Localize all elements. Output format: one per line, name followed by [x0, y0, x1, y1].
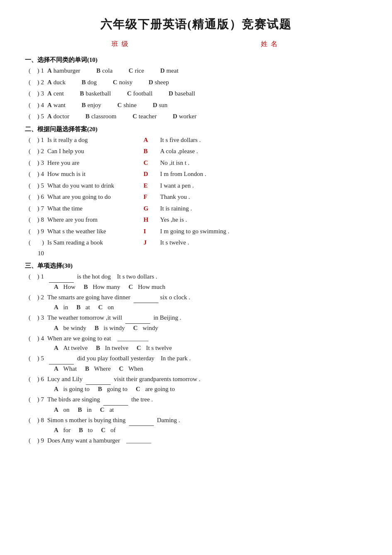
class-label: 班级	[112, 40, 131, 47]
option: D sheep	[149, 77, 169, 88]
question-text: What the time	[44, 203, 144, 214]
item-num: ) 7	[35, 394, 44, 405]
question-text: Simon s mother is buying thing Daming .	[44, 415, 367, 426]
table-row: ( ) 4 A want B enjoy C shine D sun	[25, 100, 367, 111]
item-num: ) 5	[35, 353, 44, 364]
question-text: The weather tomorrow ,it will in Beijing…	[44, 313, 367, 324]
item-num: ) 1	[35, 135, 44, 146]
option: C on	[98, 304, 114, 311]
table-row: ( ) 3 A cent B basketball C football D b…	[25, 88, 367, 99]
option: B cola	[96, 66, 112, 76]
table-row: ( ) 4 How much is it D I m from London .	[25, 169, 367, 180]
tail-text: In the park .	[161, 355, 190, 362]
table-row: ( ) 8 Where are you from H Yes ,he is .	[25, 215, 367, 225]
item-num: ) 2	[35, 292, 44, 303]
open-paren: (	[25, 394, 31, 405]
question-text: Can I help you	[44, 146, 144, 157]
open-paren: (	[25, 77, 31, 88]
option: D worker	[173, 111, 196, 122]
item-num: ) 4	[35, 169, 44, 180]
blank	[125, 313, 150, 324]
options-row: A is going toB going toC are going to	[54, 386, 367, 393]
item-num: ) 6	[35, 192, 44, 203]
option: C of	[101, 427, 116, 434]
options-row: A inB atC on	[54, 304, 367, 311]
section3-title: 三、单项选择(30)	[25, 262, 367, 270]
question-text: Is it really a dog	[44, 135, 144, 146]
table-row: ( ) 2 Can I help you B A cola ,please .	[25, 146, 367, 157]
option: B enjoy	[82, 100, 101, 111]
answer-letter: C	[144, 158, 160, 169]
answer-letter: B	[144, 146, 160, 157]
option: A on	[54, 406, 70, 413]
item-num: ) 4	[35, 100, 44, 111]
tail-text: ________	[127, 437, 151, 444]
question-text: What are you going to do	[44, 192, 144, 203]
class-name-line: 班级 姓名	[25, 40, 367, 49]
answer-text: I m from London .	[160, 169, 206, 180]
table-row: ( ) 2 The smarts are going have dinner s…	[25, 292, 367, 303]
item-num: ) 2	[35, 146, 44, 157]
open-paren: (	[25, 100, 31, 111]
blank	[134, 292, 158, 303]
table-row: ( ) 1 Is it really a dog A It s five dol…	[25, 135, 367, 146]
option: C football	[127, 88, 153, 99]
option: C It s twelve	[136, 345, 172, 352]
answer-text: It is raining .	[160, 203, 192, 214]
item-num: ) 1	[35, 66, 44, 76]
table-row: ( ) 5 What do you want to drink E I want…	[25, 181, 367, 191]
option: A in	[54, 304, 68, 311]
open-paren: (	[25, 203, 31, 214]
table-row: ( ) 5 A doctor B classroom C teacher D w…	[25, 111, 367, 122]
option: A duck	[47, 77, 66, 88]
option: B to	[79, 427, 93, 434]
open-paren: (	[25, 237, 31, 248]
open-paren: (	[25, 313, 31, 323]
question-text: The smarts are going have dinner six o c…	[44, 292, 367, 303]
section1-list: ( ) 1 A hamburger B cola C rice D meat (…	[25, 66, 367, 122]
item-num: ) 3	[35, 158, 44, 169]
answer-text: No ,it isn t .	[160, 158, 190, 169]
answer-letter: I	[144, 226, 160, 237]
question-text: is the hot dog It s two dollars .	[44, 271, 367, 283]
question-text: What do you want to drink	[44, 181, 144, 191]
item-num: ) 8	[35, 215, 44, 225]
table-row: ( ) 1 is the hot dog It s two dollars .	[25, 271, 367, 283]
blank	[86, 374, 111, 385]
open-paren: (	[25, 226, 31, 237]
table-row: ( ) 4 When are we going to eat _________…	[25, 333, 367, 344]
option: A How	[54, 284, 75, 291]
open-paren: (	[25, 271, 31, 282]
option: A for	[54, 427, 71, 434]
open-paren: (	[25, 435, 31, 446]
option: C shine	[117, 100, 137, 111]
option: A want	[47, 100, 66, 111]
question-text: Lucy and Lily visit their grandparents t…	[44, 374, 367, 385]
item-num: ) 4	[35, 333, 44, 344]
option: D baseball	[168, 88, 195, 99]
table-row: ( ) 9 Does Amy want a hamburger ________	[25, 435, 367, 446]
option: B is windy	[95, 325, 125, 332]
question-text: Here you are	[44, 158, 144, 169]
option: C are going to	[136, 386, 175, 393]
answer-text: It s five dollars .	[160, 135, 201, 146]
option: B in	[78, 406, 92, 413]
options-row: A HowB How manyC How much	[54, 284, 367, 291]
question-text: Is Sam reading a book	[44, 237, 144, 248]
answer-letter: E	[144, 181, 160, 191]
open-paren: (	[25, 415, 31, 426]
open-paren: (	[25, 192, 31, 203]
answer-text: Thank you .	[160, 192, 190, 203]
open-paren: (	[25, 111, 31, 122]
answer-letter: D	[144, 169, 160, 180]
answer-text: Yes ,he is .	[160, 215, 187, 225]
option: B at	[76, 304, 90, 311]
item-num: ) 5	[35, 111, 44, 122]
question-text: What s the weather like	[44, 226, 144, 237]
section3-list: ( ) 1 is the hot dog It s two dollars . …	[25, 271, 367, 446]
section2-title: 二、根据问题选择答案(20)	[25, 125, 367, 133]
answer-letter: H	[144, 215, 160, 225]
option: C windy	[133, 325, 158, 332]
option: A be windy	[54, 325, 86, 332]
open-paren: (	[25, 215, 31, 225]
